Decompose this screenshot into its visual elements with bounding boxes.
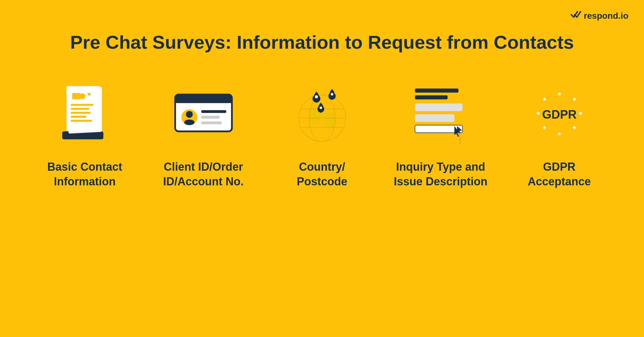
svg-point-32 [331, 93, 333, 95]
logo-text: respond.io [584, 11, 628, 21]
label-basic-contact: Basic ContactInformation [47, 160, 122, 189]
svg-point-5 [80, 93, 85, 99]
svg-text:★: ★ [542, 125, 547, 131]
svg-rect-8 [71, 108, 89, 110]
svg-rect-35 [415, 89, 458, 93]
item-basic-contact: Basic ContactInformation [26, 79, 144, 189]
svg-point-30 [315, 95, 318, 98]
svg-point-34 [319, 106, 322, 109]
svg-point-16 [186, 111, 193, 118]
id-card-icon [169, 79, 238, 147]
label-gdpr: GDPRAcceptance [528, 160, 591, 189]
svg-text:★: ★ [578, 110, 583, 116]
svg-rect-37 [415, 104, 462, 111]
globe-icon [288, 79, 356, 147]
svg-rect-19 [201, 116, 219, 119]
svg-text:★: ★ [535, 110, 540, 116]
svg-rect-18 [201, 110, 226, 113]
item-inquiry: Inquiry Type andIssue Description [381, 79, 500, 189]
logo-check-icon [571, 10, 582, 22]
svg-text:★: ★ [557, 91, 562, 97]
form-icon [406, 79, 475, 147]
svg-text:★: ★ [557, 131, 562, 137]
svg-rect-20 [201, 121, 221, 124]
svg-point-17 [184, 120, 194, 125]
svg-rect-7 [71, 104, 93, 106]
svg-rect-38 [415, 114, 454, 122]
page-title: Pre Chat Surveys: Information to Request… [0, 0, 644, 54]
items-row: Basic ContactInformation Client ID/Order… [0, 79, 644, 189]
svg-text:GDPR: GDPR [542, 108, 576, 121]
svg-rect-36 [415, 95, 447, 99]
document-icon [51, 79, 119, 147]
svg-text:★: ★ [572, 96, 577, 102]
svg-text:★: ★ [572, 125, 577, 131]
label-inquiry: Inquiry Type andIssue Description [394, 160, 487, 189]
item-country: Country/Postcode [263, 79, 381, 189]
gdpr-icon: ★ ★ ★ ★ ★ ★ ★ ★ GDPR [525, 79, 594, 147]
svg-text:★: ★ [542, 96, 547, 102]
svg-rect-11 [71, 120, 92, 122]
item-gdpr: ★ ★ ★ ★ ★ ★ ★ ★ GDPR GDPRAcceptance [500, 79, 619, 189]
label-country: Country/Postcode [297, 160, 347, 189]
svg-rect-10 [71, 116, 86, 118]
svg-rect-14 [175, 99, 232, 103]
svg-rect-4 [72, 93, 81, 99]
item-client-id: Client ID/OrderID/Account No. [144, 79, 263, 189]
logo: respond.io [571, 10, 628, 22]
svg-rect-9 [71, 112, 91, 114]
label-client-id: Client ID/OrderID/Account No. [163, 160, 244, 189]
